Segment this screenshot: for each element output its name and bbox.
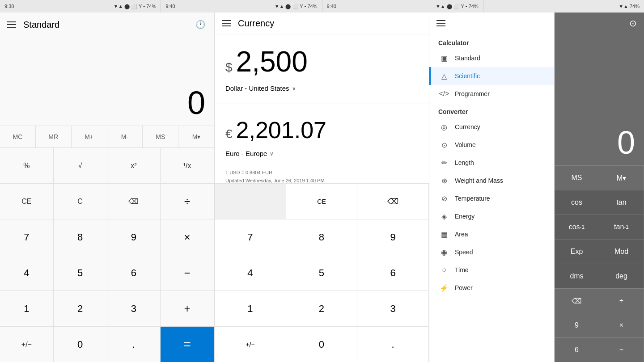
square-button[interactable]: x² — [107, 147, 161, 183]
nav-item-temperature[interactable]: ⊘ Temperature — [429, 189, 554, 207]
curr-2-btn[interactable]: 2 — [286, 290, 358, 326]
curr-0-btn[interactable]: 0 — [286, 326, 358, 362]
nav-weight-label: Weight and Mass — [455, 177, 503, 184]
ms-button[interactable]: MS — [143, 126, 178, 147]
curr-6-btn[interactable]: 6 — [357, 255, 429, 290]
sci-cos-btn[interactable]: cos — [555, 190, 599, 215]
decimal-button[interactable]: . — [107, 326, 161, 362]
nav-item-standard[interactable]: ▣ Standard — [429, 49, 554, 67]
currency-keypad: CE ⌫ 7 8 9 4 5 6 1 2 3 +/− 0 . — [215, 183, 429, 362]
curr-4-btn[interactable]: 4 — [215, 255, 286, 290]
nine-button[interactable]: 9 — [107, 219, 161, 255]
memory-row: MC MR M+ M- MS M▾ — [0, 126, 214, 147]
mc-button[interactable]: MC — [0, 126, 36, 147]
mminus-button[interactable]: M- — [107, 126, 143, 147]
curr-decimal-btn[interactable]: . — [357, 326, 429, 362]
sci-search-icon[interactable]: ⊙ — [629, 18, 637, 29]
standard-title: Standard — [23, 20, 188, 30]
mrecall-button[interactable]: M▾ — [178, 126, 214, 147]
nav-item-programmer[interactable]: </> Programmer — [429, 85, 554, 103]
status-bar: 9:38 ▼▲ ⬤ ⬜ Y • 74% 9:40 ▼▲ ⬤ ⬜ Y • 74% … — [0, 0, 644, 13]
sqrt-button[interactable]: √ — [54, 147, 107, 183]
sci-dms-btn[interactable]: dms — [555, 264, 599, 288]
divider-1 — [215, 104, 429, 104]
sci-atan-btn[interactable]: tan-1 — [599, 215, 644, 239]
exchange-info: 1 USD = 0.8804 EUR Updated Wednesday, Ju… — [215, 167, 429, 183]
curr-ce-btn[interactable]: CE — [286, 183, 358, 219]
curr-5-btn[interactable]: 5 — [286, 255, 358, 290]
backspace-button[interactable]: ⌫ — [107, 183, 161, 219]
sci-nine-btn[interactable]: 9 — [555, 313, 599, 337]
curr-7-btn[interactable]: 7 — [215, 219, 286, 255]
nav-item-time[interactable]: ○ Time — [429, 261, 554, 279]
reciprocal-button[interactable]: ¹/x — [161, 147, 214, 183]
nav-item-weight[interactable]: ⊕ Weight and Mass — [429, 172, 554, 189]
sci-exp-btn[interactable]: Exp — [555, 239, 599, 264]
nav-item-scientific[interactable]: △ Scientific — [429, 67, 554, 85]
divide-button[interactable]: ÷ — [161, 183, 214, 219]
sci-display: 0 — [617, 124, 635, 161]
currency-menu-button[interactable] — [222, 18, 233, 29]
panel-scientific: ⊙ 0 MS M▾ cos tan cos-1 tan-1 Exp Mod dm… — [555, 13, 644, 362]
two-button[interactable]: 2 — [54, 290, 107, 326]
curr-1-btn[interactable]: 1 — [215, 290, 286, 326]
sci-ms-btn[interactable]: MS — [555, 165, 599, 190]
panel-standard: Standard 🕐 0 MC MR M+ M- MS M▾ % √ x² ¹/… — [0, 13, 215, 362]
exchange-updated: Updated Wednesday, June 26, 2019 1:40 PM — [225, 177, 418, 183]
currency-top-section: $ 2,500 Dollar - United States ∨ € 2,201… — [215, 34, 429, 183]
sci-mrecall-btn[interactable]: M▾ — [599, 165, 644, 190]
four-button[interactable]: 4 — [0, 255, 54, 290]
curr-backspace-btn[interactable]: ⌫ — [357, 183, 429, 219]
sci-minus-btn[interactable]: − — [599, 337, 644, 362]
subtract-button[interactable]: − — [161, 255, 214, 290]
standard-menu-button[interactable] — [7, 19, 18, 30]
curr-8-btn[interactable]: 8 — [286, 219, 358, 255]
history-button[interactable]: 🕐 — [194, 18, 207, 31]
equals-button[interactable]: = — [161, 326, 214, 362]
mr-button[interactable]: MR — [36, 126, 72, 147]
seven-button[interactable]: 7 — [0, 219, 54, 255]
sci-six-btn[interactable]: 6 — [555, 337, 599, 362]
nav-item-power[interactable]: ⚡ Power — [429, 279, 554, 297]
curr-9-btn[interactable]: 9 — [357, 219, 429, 255]
sci-backspace-btn[interactable]: ⌫ — [555, 288, 599, 313]
sci-divide-btn[interactable]: ÷ — [599, 288, 644, 313]
nav-scientific-icon: △ — [440, 72, 449, 80]
to-currency-selector[interactable]: Euro - Europe ∨ — [225, 147, 418, 160]
zero-button[interactable]: 0 — [54, 326, 107, 362]
negate-button[interactable]: +/− — [0, 326, 54, 362]
sci-deg-btn[interactable]: deg — [599, 264, 644, 288]
nav-item-speed[interactable]: ◉ Speed — [429, 243, 554, 261]
nav-item-area[interactable]: ▦ Area — [429, 225, 554, 243]
c-button[interactable]: C — [54, 183, 107, 219]
curr-3-btn[interactable]: 3 — [357, 290, 429, 326]
sci-keypad: MS M▾ cos tan cos-1 tan-1 Exp Mod dms de… — [555, 165, 644, 362]
nav-item-volume[interactable]: ⊙ Volume — [429, 136, 554, 154]
nav-standard-icon: ▣ — [440, 54, 449, 63]
to-value-row: € 2,201.07 — [225, 113, 418, 147]
sci-acos-btn[interactable]: cos-1 — [555, 215, 599, 239]
add-button[interactable]: + — [161, 290, 214, 326]
ce-button[interactable]: CE — [0, 183, 54, 219]
one-button[interactable]: 1 — [0, 290, 54, 326]
sci-mod-btn[interactable]: Mod — [599, 239, 644, 264]
mplus-button[interactable]: M+ — [72, 126, 107, 147]
standard-keypad: % √ x² ¹/x CE C ⌫ ÷ 7 8 9 × 4 5 6 − 1 2 … — [0, 147, 214, 362]
nav-item-currency[interactable]: ◎ Currency — [429, 118, 554, 136]
five-button[interactable]: 5 — [54, 255, 107, 290]
nav-item-energy[interactable]: ◈ Energy — [429, 207, 554, 225]
nav-menu-button[interactable] — [436, 18, 447, 29]
from-value: 2,500 — [236, 45, 308, 78]
six-button[interactable]: 6 — [107, 255, 161, 290]
from-display: $ 2,500 Dollar - United States ∨ — [215, 34, 429, 102]
currency-title: Currency — [238, 18, 274, 29]
curr-negate-btn[interactable]: +/− — [215, 326, 286, 362]
sci-tan-btn[interactable]: tan — [599, 190, 644, 215]
three-button[interactable]: 3 — [107, 290, 161, 326]
percent-button[interactable]: % — [0, 147, 54, 183]
sci-multiply-btn[interactable]: × — [599, 313, 644, 337]
nav-item-length[interactable]: ✏ Length — [429, 154, 554, 172]
from-currency-selector[interactable]: Dollar - United States ∨ — [225, 82, 418, 95]
multiply-button[interactable]: × — [161, 219, 214, 255]
eight-button[interactable]: 8 — [54, 219, 107, 255]
